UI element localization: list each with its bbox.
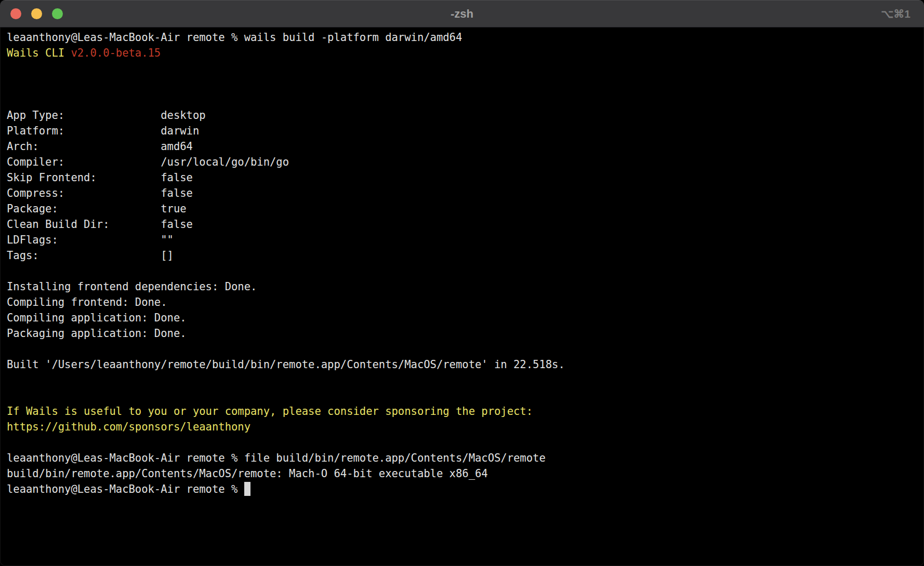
terminal-line: leaanthony@Leas-MacBook-Air remote % bbox=[7, 481, 919, 497]
terminal-line: Platform: darwin bbox=[7, 123, 919, 139]
titlebar[interactable]: -zsh ⌥⌘1 bbox=[0, 0, 924, 28]
terminal-line: Package: true bbox=[7, 201, 919, 217]
terminal-text: Installing frontend dependencies: Done. bbox=[7, 280, 257, 293]
terminal-text: Clean Build Dir: false bbox=[7, 218, 193, 231]
terminal-text: If Wails is useful to you or your compan… bbox=[7, 405, 533, 417]
terminal-line: Compiling frontend: Done. bbox=[7, 294, 919, 310]
terminal-text: Compiler: /usr/local/go/bin/go bbox=[7, 156, 289, 168]
terminal-line: Compiler: /usr/local/go/bin/go bbox=[7, 154, 919, 170]
terminal-line: build/bin/remote.app/Contents/MacOS/remo… bbox=[7, 466, 919, 481]
terminal-line: Skip Frontend: false bbox=[7, 170, 919, 185]
terminal-text: Skip Frontend: false bbox=[7, 171, 193, 184]
terminal-line: leaanthony@Leas-MacBook-Air remote % fil… bbox=[7, 450, 919, 466]
terminal-line bbox=[7, 435, 919, 450]
terminal-text: Compress: false bbox=[7, 187, 193, 199]
terminal-text: Packaging application: Done. bbox=[7, 327, 187, 340]
terminal-text: Package: true bbox=[7, 203, 187, 215]
cursor bbox=[244, 482, 250, 496]
terminal-line: Compiling application: Done. bbox=[7, 310, 919, 326]
terminal-text: App Type: desktop bbox=[7, 109, 206, 122]
terminal-text: Built '/Users/leaanthony/remote/build/bi… bbox=[7, 358, 565, 371]
tab-shortcut-label: ⌥⌘1 bbox=[881, 8, 910, 20]
terminal-line bbox=[7, 76, 919, 92]
terminal-line bbox=[7, 92, 919, 107]
terminal-text: Compiling frontend: Done. bbox=[7, 296, 167, 308]
terminal-text: Compiling application: Done. bbox=[7, 312, 187, 324]
terminal-text: Tags: [] bbox=[7, 249, 174, 262]
zoom-button[interactable] bbox=[52, 8, 63, 19]
terminal-text: leaanthony@Leas-MacBook-Air remote % bbox=[7, 483, 244, 495]
terminal-text: LDFlags: "" bbox=[7, 234, 174, 246]
terminal-line: Arch: amd64 bbox=[7, 139, 919, 154]
terminal-text: https://github.com/sponsors/leaanthony bbox=[7, 421, 250, 433]
terminal-line: https://github.com/sponsors/leaanthony bbox=[7, 419, 919, 435]
terminal-text: Wails CLI bbox=[7, 47, 71, 59]
terminal-line: Wails CLI v2.0.0-beta.15 bbox=[7, 45, 919, 61]
terminal-line bbox=[7, 61, 919, 76]
terminal-text: Arch: amd64 bbox=[7, 140, 193, 153]
close-button[interactable] bbox=[10, 8, 21, 19]
terminal-line bbox=[7, 341, 919, 357]
window-title: -zsh bbox=[0, 7, 924, 21]
terminal-line: Installing frontend dependencies: Done. bbox=[7, 279, 919, 294]
terminal-line bbox=[7, 388, 919, 403]
terminal-text: leaanthony@Leas-MacBook-Air remote % wai… bbox=[7, 31, 462, 44]
terminal-line: Tags: [] bbox=[7, 248, 919, 263]
terminal-line bbox=[7, 372, 919, 388]
terminal-text: v2.0.0-beta.15 bbox=[71, 47, 161, 59]
terminal-line: App Type: desktop bbox=[7, 107, 919, 123]
terminal-output[interactable]: leaanthony@Leas-MacBook-Air remote % wai… bbox=[0, 28, 924, 497]
terminal-line: Packaging application: Done. bbox=[7, 326, 919, 341]
terminal-line: leaanthony@Leas-MacBook-Air remote % wai… bbox=[7, 30, 919, 45]
terminal-line: Clean Build Dir: false bbox=[7, 217, 919, 232]
minimize-button[interactable] bbox=[31, 8, 42, 19]
terminal-text: leaanthony@Leas-MacBook-Air remote % fil… bbox=[7, 452, 546, 464]
terminal-line bbox=[7, 263, 919, 279]
traffic-lights bbox=[0, 8, 63, 19]
terminal-text: Platform: darwin bbox=[7, 125, 199, 137]
terminal-line: Compress: false bbox=[7, 185, 919, 201]
terminal-line: Built '/Users/leaanthony/remote/build/bi… bbox=[7, 357, 919, 372]
terminal-window: -zsh ⌥⌘1 leaanthony@Leas-MacBook-Air rem… bbox=[0, 0, 924, 566]
terminal-text: build/bin/remote.app/Contents/MacOS/remo… bbox=[7, 467, 488, 480]
terminal-line: If Wails is useful to you or your compan… bbox=[7, 403, 919, 419]
terminal-line: LDFlags: "" bbox=[7, 232, 919, 248]
